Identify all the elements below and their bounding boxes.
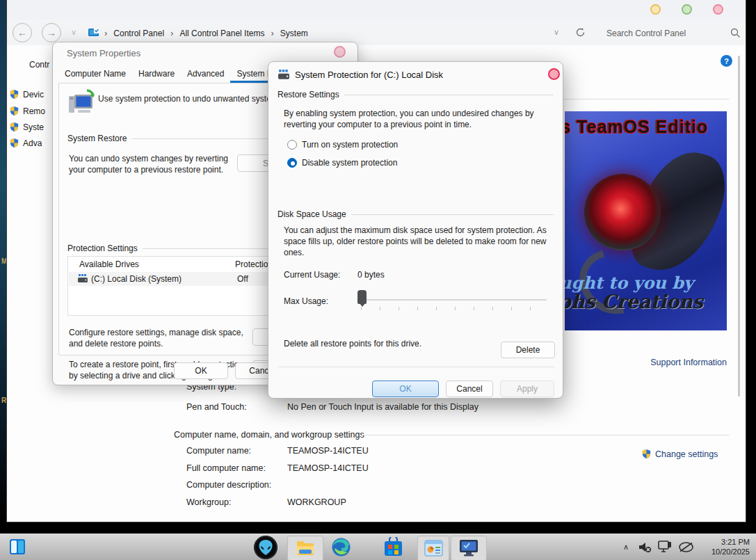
file-explorer-button[interactable] <box>287 536 323 560</box>
uac-shield-icon <box>641 449 652 459</box>
workgroup-value: WORKGROUP <box>287 497 346 507</box>
max-usage-label: Max Usage: <box>284 296 328 306</box>
forward-button[interactable]: → <box>42 23 61 42</box>
desktop: M R ← → ∨ › Control Panel › All Control … <box>0 0 756 560</box>
window-titlebar[interactable] <box>7 0 746 19</box>
group-label: Restore Settings <box>278 90 339 99</box>
delete-button[interactable]: Delete <box>501 342 555 358</box>
close-button[interactable] <box>713 4 723 15</box>
uac-shield-icon <box>9 122 19 132</box>
tab-hardware[interactable]: Hardware <box>132 66 181 83</box>
help-button[interactable]: ? <box>721 55 732 67</box>
cancel-button[interactable]: Cancel <box>446 381 493 397</box>
uac-shield-icon <box>9 138 19 148</box>
workgroup-label: Workgroup: <box>186 497 231 507</box>
microsoft-store-icon[interactable] <box>383 537 403 557</box>
sidebar-item-advanced-settings[interactable]: Adva <box>9 138 42 148</box>
radio-turn-on-protection[interactable] <box>287 140 297 150</box>
column-header-protection[interactable]: Protection <box>235 259 273 269</box>
sidebar-item-remote-settings[interactable]: Remo <box>9 106 45 116</box>
forward-icon: → <box>47 27 56 38</box>
group-label: System Restore <box>67 134 127 143</box>
tab-advanced[interactable]: Advanced <box>181 66 230 83</box>
slider-tick-marks <box>361 307 549 310</box>
chevron-right-icon: › <box>104 28 107 38</box>
support-information-link[interactable]: Support Information <box>563 358 727 367</box>
clock-date: 10/20/2025 <box>697 547 750 557</box>
breadcrumb-item-control-panel[interactable]: Control Panel <box>113 29 164 38</box>
system-protection-dialog: System Protection for (C:) Local Disk Re… <box>268 61 563 399</box>
history-dropdown[interactable]: ∨ <box>71 28 77 37</box>
column-header-drives[interactable]: Available Drives <box>79 259 139 269</box>
computer-name-value: TEAMOSP-14ICTEU <box>287 446 369 456</box>
back-button[interactable]: ← <box>13 23 32 42</box>
tray-chevron-up-icon[interactable]: ∧ <box>623 543 629 552</box>
sidebar-item-label: Adva <box>23 138 42 148</box>
full-computer-name-label: Full computer name: <box>186 463 266 473</box>
tab-computer-name[interactable]: Computer Name <box>58 66 132 83</box>
desktop-icon-label-fragment: R <box>1 397 6 404</box>
restore-settings-text: By enabling system protection, you can u… <box>284 108 556 130</box>
teamos-tagline: ught to you by <box>565 273 693 293</box>
footer-divider <box>278 367 555 367</box>
current-usage-label: Current Usage: <box>284 270 340 280</box>
disk-space-text: You can adjust the maximum disk space us… <box>284 225 556 259</box>
sidebar-item-device-manager[interactable]: Devic <box>9 89 44 99</box>
chevron-right-icon: › <box>271 28 273 38</box>
restore-settings-group: Restore Settings <box>278 90 554 99</box>
max-usage-slider-track[interactable] <box>357 299 547 301</box>
volume-muted-icon[interactable] <box>638 541 652 553</box>
start-button[interactable] <box>253 535 278 560</box>
breadcrumb-item-all-items[interactable]: All Control Panel Items <box>179 29 264 38</box>
breadcrumb-item-system[interactable]: System <box>280 29 308 38</box>
address-dropdown-icon[interactable]: ∨ <box>554 28 559 37</box>
change-settings-link[interactable]: Change settings <box>641 449 718 459</box>
edge-browser-icon[interactable] <box>332 538 351 557</box>
close-icon[interactable] <box>334 46 346 58</box>
widgets-icon[interactable] <box>9 538 26 555</box>
ok-button[interactable]: OK <box>174 362 228 379</box>
taskbar: ∧ 3:21 PM 10/20/2025 <box>0 534 756 560</box>
pen-touch-value: No Pen or Touch Input is available for t… <box>287 402 478 412</box>
uac-shield-icon <box>9 106 19 116</box>
delete-restore-points-text: Delete all restore points for this drive… <box>284 339 421 349</box>
touchpad-disabled-icon[interactable] <box>678 541 694 553</box>
sidebar-item-label: Syste <box>23 122 44 132</box>
protection-status: Off <box>237 274 248 284</box>
group-label: Disk Space Usage <box>278 209 346 219</box>
sidebar-item-system-protection[interactable]: Syste <box>9 122 44 132</box>
refresh-button[interactable] <box>574 26 586 38</box>
apply-button[interactable]: Apply <box>500 381 554 397</box>
control-panel-taskbar-button[interactable] <box>417 536 449 560</box>
group-label: Protection Settings <box>67 243 138 253</box>
sidebar-item-label: Devic <box>23 90 44 99</box>
network-display-icon[interactable] <box>658 541 672 554</box>
maximize-button[interactable] <box>682 4 692 15</box>
system-restore-icon <box>67 89 97 117</box>
search-icon[interactable] <box>730 28 741 38</box>
close-icon[interactable] <box>548 68 560 80</box>
system-window-taskbar-button[interactable] <box>451 536 487 560</box>
control-panel-icon <box>88 28 100 38</box>
clock-time: 3:21 PM <box>697 537 750 547</box>
radio-disable-label[interactable]: Disable system protection <box>302 158 397 168</box>
vertical-scrollbar[interactable] <box>738 56 740 397</box>
radio-disable-protection[interactable] <box>287 158 297 168</box>
system-restore-text: You can undo system changes by reverting… <box>69 153 234 175</box>
sidebar-item-home[interactable]: Contr <box>29 60 49 70</box>
drive-name: (C:) Local Disk (System) <box>91 274 182 284</box>
teamos-title: s TeamOS Editio <box>565 117 708 137</box>
max-usage-slider-handle[interactable] <box>357 290 367 304</box>
dialog-title: System Properties <box>67 48 140 58</box>
radio-turn-on-label[interactable]: Turn on system protection <box>302 140 398 150</box>
disk-drive-icon <box>78 274 88 283</box>
disk-space-group: Disk Space Usage <box>278 209 554 219</box>
ok-button[interactable]: OK <box>372 381 439 397</box>
search-input[interactable]: Search Control Panel <box>606 29 686 38</box>
section-divider <box>563 99 729 99</box>
taskbar-clock[interactable]: 3:21 PM 10/20/2025 <box>697 537 750 557</box>
uac-shield-icon <box>9 89 19 99</box>
amd-orb-graphic <box>605 195 640 230</box>
current-usage-value: 0 bytes <box>357 270 385 280</box>
minimize-button[interactable] <box>650 4 661 15</box>
